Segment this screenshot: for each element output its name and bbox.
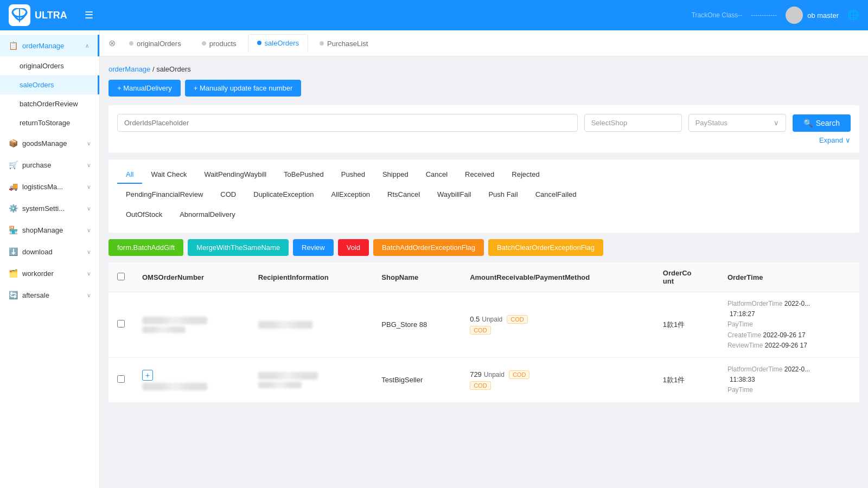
status-tab-pendingFinancialReview[interactable]: PendingFinancialReview xyxy=(117,186,212,204)
menu-icon[interactable]: ☰ xyxy=(80,5,98,25)
expand-order-button[interactable]: + xyxy=(142,370,153,381)
col-label: OMSOrderNumber xyxy=(142,273,204,281)
select-all-checkbox[interactable] xyxy=(117,273,125,280)
expand-button[interactable]: Expand ∨ xyxy=(117,136,851,144)
workorder-icon: 🗂️ xyxy=(9,269,18,278)
status-tab-shipped[interactable]: Shipped xyxy=(374,166,417,184)
sidebar-item-saleOrders[interactable]: saleOrders xyxy=(0,75,99,94)
tab-close-icon[interactable]: ⊗ xyxy=(106,36,118,50)
sidebar-item-returnToStorage[interactable]: returnToStorage xyxy=(0,113,99,132)
status-tab-toBePushed[interactable]: ToBePushed xyxy=(275,166,333,184)
sidebar-item-originalOrders[interactable]: originalOrders xyxy=(0,56,99,75)
search-button[interactable]: 🔍 Search xyxy=(793,114,851,132)
sidebar-item-label: aftersale xyxy=(22,291,49,299)
sidebar-item-workorder[interactable]: 🗂️ workorder ∨ xyxy=(0,262,99,284)
status-tab-duplicateException[interactable]: DuplicateException xyxy=(245,186,322,204)
sidebar-item-shopManage[interactable]: 🏪 shopManage ∨ xyxy=(0,219,99,241)
row-checkbox-cell[interactable] xyxy=(108,357,133,402)
status-tab-all[interactable]: All xyxy=(117,166,142,184)
lang-icon[interactable]: 🌐 xyxy=(847,9,859,21)
status-tab-pushed[interactable]: Pushed xyxy=(333,166,374,184)
sidebar-item-aftersale[interactable]: 🔄 aftersale ∨ xyxy=(0,284,99,306)
sidebar-item-download[interactable]: ⬇️ download ∨ xyxy=(0,241,99,262)
platform-order-time: 2022-0... xyxy=(784,300,810,307)
tab-dot xyxy=(320,41,324,46)
status-tab-outOfStock[interactable]: OutOfStock xyxy=(117,206,171,224)
sidebar-item-batchOrderReview[interactable]: batchOrderReview xyxy=(0,94,99,113)
amount-section: 729 Unpaid COD xyxy=(470,370,646,379)
main-content: ⊗ originalOrders products saleOrders Pur… xyxy=(100,30,868,488)
recipient-sub-blurred xyxy=(258,382,302,388)
sidebar-item-logisticsMa[interactable]: 🚚 logisticsMa... ∨ xyxy=(0,176,99,197)
status-tab-received[interactable]: Received xyxy=(456,166,503,184)
user-menu[interactable]: ob master xyxy=(786,7,839,24)
status-tab-cancelFailed[interactable]: CancelFailed xyxy=(527,186,585,204)
batch-clear-exception-flag-button[interactable]: BatchClearOrderExceptionFlag xyxy=(488,239,603,256)
status-row-1: All Wait Check WaitPendingWaybill ToBePu… xyxy=(117,166,851,184)
status-tab-label: Received xyxy=(465,170,494,178)
col-label: ShopName xyxy=(381,273,418,281)
tab-PurchaseList[interactable]: PurchaseList xyxy=(310,35,377,52)
batch-add-exception-flag-button[interactable]: BatchAddOrderExceptionFlag xyxy=(373,239,484,256)
expand-label: Expand xyxy=(819,136,843,144)
table-row: PBG_Store 88 0.5 Unpaid COD COD xyxy=(108,292,859,358)
header-checkbox[interactable] xyxy=(108,262,133,292)
shop-name: TestBigSeller xyxy=(381,376,423,384)
tab-saleOrders[interactable]: saleOrders xyxy=(248,34,309,53)
sidebar-item-label: purchase xyxy=(22,161,51,169)
row-checkbox[interactable] xyxy=(117,320,125,328)
order-ids-input[interactable] xyxy=(117,114,578,132)
manual-delivery-button[interactable]: + ManualDelivery xyxy=(108,80,181,97)
platform-order-time-label: PlatformOrderTime 2022-0... xyxy=(727,299,851,309)
batch-add-gift-button[interactable]: form.BatchAddGift xyxy=(108,239,183,256)
amount-section: 0.5 Unpaid COD xyxy=(470,315,646,324)
row-checkbox[interactable] xyxy=(117,375,125,383)
sidebar-item-label: goodsManage xyxy=(22,139,67,147)
status-tab-waitCheck[interactable]: Wait Check xyxy=(142,166,195,184)
chevron-icon: ∨ xyxy=(87,271,91,277)
sidebar-item-goodsManage[interactable]: 📦 goodsManage ∨ xyxy=(0,132,99,154)
select-shop-dropdown[interactable]: SelectShop xyxy=(584,114,682,132)
row-checkbox-cell[interactable] xyxy=(108,292,133,358)
avatar xyxy=(786,7,803,24)
col-orderTime: OrderTime xyxy=(719,262,859,292)
status-tab-waybillFail[interactable]: WaybillFail xyxy=(429,186,480,204)
status-tab-allException[interactable]: AllException xyxy=(323,186,379,204)
tab-originalOrders[interactable]: originalOrders xyxy=(120,35,190,52)
review-time: ReviewTime 2022-09-26 17 xyxy=(727,341,851,351)
cell-omsOrderNumber: + xyxy=(133,357,250,402)
status-tabs: All Wait Check WaitPendingWaybill ToBePu… xyxy=(108,159,859,233)
recipient-blurred xyxy=(258,321,312,329)
status-tab-rtsCancel[interactable]: RtsCancel xyxy=(379,186,429,204)
col-label: OrderTime xyxy=(727,273,763,281)
goodsManage-icon: 📦 xyxy=(9,139,18,147)
chevron-icon: ∧ xyxy=(85,43,89,49)
status-tab-label: Cancel xyxy=(426,170,448,178)
status-tab-rejected[interactable]: Rejected xyxy=(503,166,548,184)
btn-label: BatchClearOrderExceptionFlag xyxy=(497,243,595,252)
content-area: orderManage / saleOrders + ManualDeliver… xyxy=(100,56,868,488)
status-tab-cancel[interactable]: Cancel xyxy=(417,166,456,184)
breadcrumb-parent[interactable]: orderManage xyxy=(108,65,150,73)
merge-same-name-button[interactable]: MergeWithTheSameName xyxy=(188,239,289,256)
cell-omsOrderNumber xyxy=(133,292,250,358)
status-tab-label: Wait Check xyxy=(151,170,187,178)
status-tab-waitPendingWaybill[interactable]: WaitPendingWaybill xyxy=(195,166,275,184)
tab-products[interactable]: products xyxy=(193,35,246,52)
sidebar-item-purchase[interactable]: 🛒 purchase ∨ xyxy=(0,154,99,176)
tab-label: products xyxy=(209,40,237,48)
void-button[interactable]: Void xyxy=(338,239,369,256)
status-tab-pushFail[interactable]: Push Fail xyxy=(480,186,526,204)
status-tab-cod[interactable]: COD xyxy=(212,186,245,204)
manually-update-button[interactable]: + Manually update face number xyxy=(185,80,301,97)
status-tab-abnormalDelivery[interactable]: AbnormalDelivery xyxy=(171,206,244,224)
sidebar-item-orderManage[interactable]: 📋 orderManage ∧ xyxy=(0,35,99,56)
sidebar-item-systemSetti[interactable]: ⚙️ systemSetti... ∨ xyxy=(0,197,99,219)
logo-icon xyxy=(9,4,30,26)
layout: 📋 orderManage ∧ originalOrders saleOrder… xyxy=(0,30,868,488)
review-button[interactable]: Review xyxy=(293,239,334,256)
create-time: CreateTime 2022-09-26 17 xyxy=(727,330,851,341)
action-buttons-row: form.BatchAddGift MergeWithTheSameName R… xyxy=(108,239,859,256)
pay-time-label: PayTime xyxy=(727,319,851,330)
pay-status-dropdown[interactable]: PayStatus ∨ xyxy=(688,114,786,132)
